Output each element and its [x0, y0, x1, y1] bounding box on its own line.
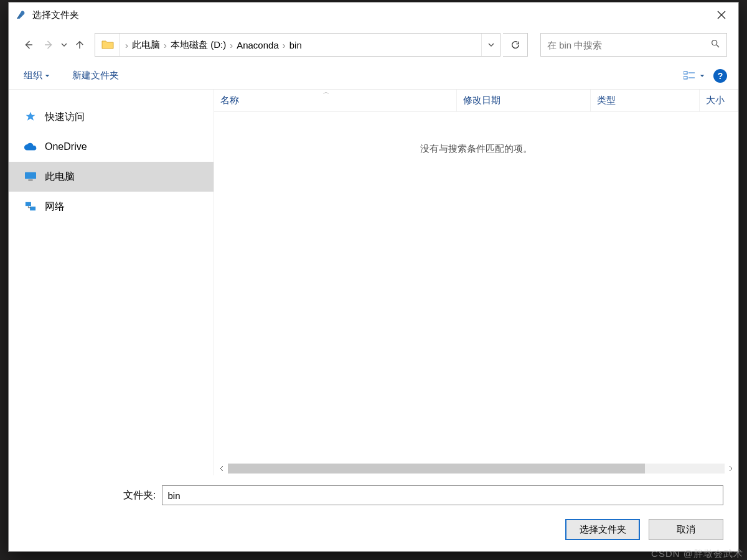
view-details-icon [684, 71, 696, 81]
view-mode-button[interactable] [684, 71, 705, 81]
search-input[interactable] [547, 40, 710, 50]
cancel-button[interactable]: 取消 [649, 519, 723, 540]
svg-rect-3 [25, 172, 36, 179]
chevron-down-icon [488, 42, 494, 48]
address-dropdown[interactable] [481, 34, 500, 56]
scroll-thumb[interactable] [228, 464, 645, 474]
select-folder-button[interactable]: 选择文件夹 [565, 519, 640, 540]
column-size-label: 大小 [706, 95, 725, 106]
chevron-right-icon: › [228, 40, 234, 50]
folder-picker-dialog: 选择文件夹 › 此电脑 › 本地磁盘 (D:) [8, 2, 739, 552]
svg-point-0 [712, 40, 717, 45]
search-box[interactable] [540, 33, 727, 57]
dialog-footer: 文件夹: 选择文件夹 取消 [9, 475, 738, 551]
folder-name-input[interactable] [162, 485, 723, 505]
tk-feather-icon [15, 9, 26, 21]
select-folder-label: 选择文件夹 [580, 524, 626, 536]
nav-back-button[interactable] [20, 36, 37, 54]
address-folder-icon[interactable] [95, 34, 120, 56]
svg-rect-5 [26, 202, 31, 206]
scroll-track[interactable] [228, 464, 725, 474]
folder-name-label: 文件夹: [123, 489, 156, 502]
nav-up-button[interactable] [71, 36, 88, 54]
toolbar: 组织 新建文件夹 ? [9, 62, 738, 90]
titlebar: 选择文件夹 [9, 2, 738, 27]
column-date-label: 修改日期 [463, 95, 500, 106]
button-row: 选择文件夹 取消 [24, 519, 723, 540]
help-button[interactable]: ? [713, 69, 727, 83]
cancel-label: 取消 [677, 524, 695, 536]
crumb-drive-d[interactable]: 本地磁盘 (D:) [168, 39, 228, 51]
star-icon [24, 110, 37, 124]
svg-rect-4 [28, 180, 32, 181]
sidebar-item-this-pc[interactable]: 此电脑 [9, 162, 214, 192]
caret-down-icon [700, 73, 705, 78]
empty-message: 没有与搜索条件匹配的项。 [420, 143, 532, 155]
sidebar-item-label: OneDrive [45, 141, 87, 152]
chevron-right-icon: › [281, 40, 287, 50]
refresh-icon [510, 40, 520, 50]
caret-down-icon [45, 73, 50, 78]
arrow-right-icon [43, 39, 54, 50]
nav-forward-button[interactable] [40, 36, 57, 54]
address-bar[interactable]: › 此电脑 › 本地磁盘 (D:) › Anaconda › bin [95, 33, 500, 57]
arrow-up-icon [74, 39, 85, 50]
breadcrumb: › 此电脑 › 本地磁盘 (D:) › Anaconda › bin [120, 34, 481, 56]
column-name[interactable]: 名称 [214, 90, 457, 111]
folder-name-row: 文件夹: [123, 485, 723, 505]
svg-rect-6 [30, 207, 35, 210]
monitor-icon [24, 170, 37, 184]
refresh-button[interactable] [503, 33, 528, 57]
folder-icon [101, 40, 114, 50]
sidebar-item-onedrive[interactable]: OneDrive [9, 132, 214, 162]
file-list[interactable]: 没有与搜索条件匹配的项。 [214, 112, 738, 462]
question-icon: ? [718, 71, 723, 81]
watermark: CSDN @胖墩会武术 [651, 548, 743, 560]
sidebar-item-network[interactable]: 网络 [9, 192, 214, 222]
column-name-label: 名称 [220, 95, 239, 106]
new-folder-button[interactable]: 新建文件夹 [68, 67, 123, 84]
chevron-right-icon: › [124, 40, 129, 50]
organize-label: 组织 [24, 70, 42, 82]
nav-recent-dropdown[interactable] [60, 42, 68, 48]
search-icon [710, 39, 720, 51]
sidebar-item-quick-access[interactable]: 快速访问 [9, 102, 214, 132]
sidebar-item-label: 快速访问 [45, 111, 85, 124]
new-folder-label: 新建文件夹 [72, 70, 119, 82]
svg-rect-1 [684, 72, 687, 74]
sidebar-item-label: 此电脑 [45, 170, 75, 184]
chevron-right-icon: › [162, 40, 168, 50]
network-icon [24, 200, 37, 213]
chevron-right-icon [728, 465, 733, 472]
file-list-area: ︿ 名称 修改日期 类型 大小 没有与搜索条件匹配的项。 [214, 90, 738, 475]
cloud-icon [24, 140, 37, 154]
scroll-left-button[interactable] [215, 462, 228, 475]
column-date[interactable]: 修改日期 [457, 90, 591, 111]
window-title: 选择文件夹 [32, 9, 79, 21]
chevron-left-icon [219, 465, 224, 472]
dialog-body: 快速访问 OneDrive 此电脑 网络 [9, 90, 738, 475]
column-size[interactable]: 大小 [700, 90, 738, 111]
close-icon [717, 11, 726, 19]
column-type-label: 类型 [597, 95, 616, 106]
column-headers: ︿ 名称 修改日期 类型 大小 [214, 90, 738, 112]
column-type[interactable]: 类型 [591, 90, 700, 111]
horizontal-scrollbar[interactable] [214, 462, 738, 475]
sort-indicator-icon: ︿ [323, 88, 329, 96]
crumb-anaconda[interactable]: Anaconda [234, 40, 281, 50]
close-button[interactable] [707, 5, 736, 25]
sidebar-item-label: 网络 [45, 200, 65, 213]
organize-button[interactable]: 组织 [20, 67, 54, 84]
nav-row: › 此电脑 › 本地磁盘 (D:) › Anaconda › bin [9, 27, 738, 62]
crumb-bin[interactable]: bin [287, 40, 304, 50]
chevron-down-icon [61, 42, 67, 48]
svg-rect-2 [684, 77, 687, 79]
arrow-left-icon [23, 39, 34, 50]
crumb-this-pc[interactable]: 此电脑 [129, 39, 162, 51]
scroll-right-button[interactable] [725, 462, 737, 475]
sidebar: 快速访问 OneDrive 此电脑 网络 [9, 90, 214, 475]
